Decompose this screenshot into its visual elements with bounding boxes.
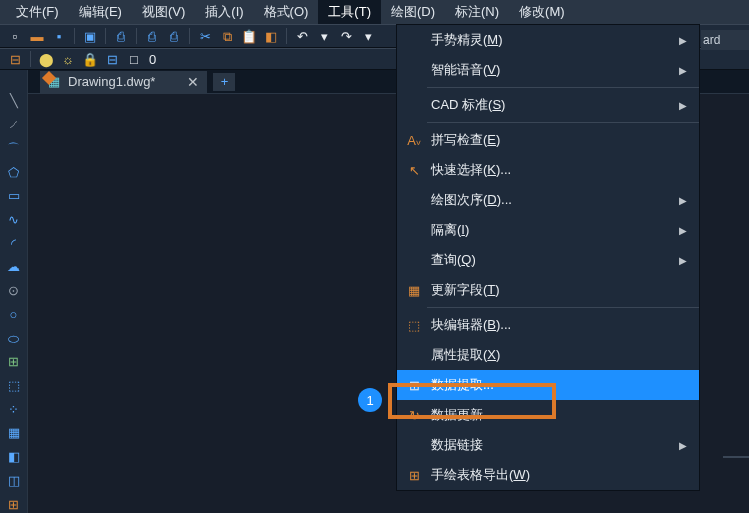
right-fragment: ard (701, 30, 749, 50)
gradient-icon[interactable]: ◧ (4, 448, 24, 466)
layer2-icon[interactable]: ⊟ (103, 50, 121, 68)
menu-item[interactable]: ▦更新字段(T) (397, 275, 699, 305)
cloud-icon[interactable]: ☁ (4, 258, 24, 276)
cut-icon[interactable]: ✂ (196, 27, 214, 45)
rectangle-icon[interactable]: ▭ (4, 187, 24, 205)
arc-icon[interactable]: ⌒ (4, 139, 24, 157)
menu-item[interactable]: 手势精灵(M)▶ (397, 25, 699, 55)
open-icon[interactable]: ▬ (28, 27, 46, 45)
menu-item-label: 智能语音(V) (427, 61, 679, 79)
menu-item[interactable]: 属性提取(X) (397, 340, 699, 370)
menu-item[interactable]: 查询(Q)▶ (397, 245, 699, 275)
menu-item[interactable]: 绘图(D) (381, 0, 445, 24)
menu-item[interactable]: 数据链接▶ (397, 430, 699, 460)
square-icon[interactable]: □ (125, 50, 143, 68)
menu-item[interactable]: 修改(M) (509, 0, 575, 24)
menu-item[interactable]: 文件(F) (6, 0, 69, 24)
tools-menu-dropdown: 手势精灵(M)▶智能语音(V)▶CAD 标准(S)▶Aᵥ拼写检查(E)↖快速选择… (396, 24, 700, 491)
ellipse-icon[interactable]: ⬭ (4, 329, 24, 347)
left-tool-strip: ╲ ⟋ ⌒ ⬠ ▭ ∿ ◜ ☁ ⊙ ○ ⬭ ⊞ ⬚ ⁘ ▦ ◧ ◫ ⊞ (0, 70, 28, 513)
menu-item[interactable]: 智能语音(V)▶ (397, 55, 699, 85)
menu-item[interactable]: CAD 标准(S)▶ (397, 90, 699, 120)
menu-item-label: 绘图次序(D)... (427, 191, 679, 209)
menu-bar: 文件(F)编辑(E)视图(V)插入(I)格式(O)工具(T)绘图(D)标注(N)… (0, 0, 749, 24)
save-icon[interactable]: ▪ (50, 27, 68, 45)
close-icon[interactable]: ✕ (187, 74, 199, 90)
document-tab[interactable]: ▦ Drawing1.dwg* ✕ (40, 71, 207, 93)
menu-item-label: 隔离(I) (427, 221, 679, 239)
menu-item[interactable]: 编辑(E) (69, 0, 132, 24)
point-icon[interactable]: ⁘ (4, 400, 24, 418)
menu-item[interactable]: Aᵥ拼写检查(E) (397, 125, 699, 155)
menu-item[interactable]: ↖快速选择(K)... (397, 155, 699, 185)
menu-item[interactable]: ⊞数据提取... (397, 370, 699, 400)
menu-item-label: CAD 标准(S) (427, 96, 679, 114)
region-icon[interactable]: ◫ (4, 472, 24, 490)
lock-icon[interactable]: 🔒 (81, 50, 99, 68)
preview-icon[interactable]: ⎙ (165, 27, 183, 45)
menu-item[interactable]: 隔离(I)▶ (397, 215, 699, 245)
match-icon[interactable]: ◧ (262, 27, 280, 45)
tab-filename: Drawing1.dwg* (68, 74, 155, 89)
menu-item-label: 手绘表格导出(W) (427, 466, 679, 484)
right-line (723, 456, 749, 458)
menu-item-label: 属性提取(X) (427, 346, 679, 364)
redo-drop-icon[interactable]: ▾ (359, 27, 377, 45)
spline-icon[interactable]: ∿ (4, 211, 24, 229)
circle-icon[interactable]: ○ (4, 305, 24, 323)
menu-item-label: 拼写检查(E) (427, 131, 679, 149)
saveall-icon[interactable]: ▣ (81, 27, 99, 45)
menu-item-label: 更新字段(T) (427, 281, 679, 299)
paste-icon[interactable]: 📋 (240, 27, 258, 45)
redo-icon[interactable]: ↷ (337, 27, 355, 45)
insert-icon[interactable]: ⬚ (4, 377, 24, 395)
menu-item-label: 数据链接 (427, 436, 679, 454)
new-tab-button[interactable]: + (213, 73, 235, 91)
menu-item-label: 数据提取... (427, 376, 679, 394)
menu-item-label: 数据更新... (427, 406, 679, 424)
print-icon[interactable]: ⎙ (112, 27, 130, 45)
table-icon[interactable]: ⊞ (4, 495, 24, 513)
menu-item[interactable]: 格式(O) (254, 0, 319, 24)
menu-item[interactable]: ↻数据更新... (397, 400, 699, 430)
menu-item-label: 块编辑器(B)... (427, 316, 679, 334)
hatch-icon[interactable]: ▦ (4, 424, 24, 442)
donut-icon[interactable]: ⊙ (4, 282, 24, 300)
line-icon[interactable]: ╲ (4, 92, 24, 110)
layer-icon[interactable]: ⊟ (6, 50, 24, 68)
block-icon[interactable]: ⊞ (4, 353, 24, 371)
new-icon[interactable]: ▫ (6, 27, 24, 45)
menu-item[interactable]: 工具(T) (318, 0, 381, 24)
bulb-icon[interactable]: ⬤ (37, 50, 55, 68)
menu-item[interactable]: ⊞手绘表格导出(W) (397, 460, 699, 490)
ellipse-arc-icon[interactable]: ◜ (4, 234, 24, 252)
sun-icon[interactable]: ☼ (59, 50, 77, 68)
menu-item[interactable]: 插入(I) (195, 0, 253, 24)
polyline-icon[interactable]: ⟋ (4, 116, 24, 134)
menu-item[interactable]: 绘图次序(D)...▶ (397, 185, 699, 215)
undo-icon[interactable]: ↶ (293, 27, 311, 45)
menu-item[interactable]: 视图(V) (132, 0, 195, 24)
undo-drop-icon[interactable]: ▾ (315, 27, 333, 45)
polygon-icon[interactable]: ⬠ (4, 163, 24, 181)
layer-value: 0 (149, 52, 156, 67)
copy-icon[interactable]: ⧉ (218, 27, 236, 45)
plot-icon[interactable]: ⎙ (143, 27, 161, 45)
menu-item[interactable]: ⬚块编辑器(B)... (397, 310, 699, 340)
menu-item-label: 查询(Q) (427, 251, 679, 269)
menu-item-label: 快速选择(K)... (427, 161, 679, 179)
menu-item-label: 手势精灵(M) (427, 31, 679, 49)
menu-item[interactable]: 标注(N) (445, 0, 509, 24)
annotation-callout-1: 1 (358, 388, 382, 412)
